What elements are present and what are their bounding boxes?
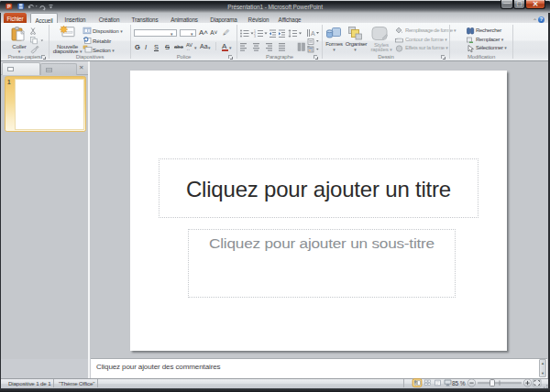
- svg-text:P: P: [7, 4, 11, 9]
- svg-text:3: 3: [254, 35, 256, 38]
- svg-text:A: A: [311, 30, 315, 37]
